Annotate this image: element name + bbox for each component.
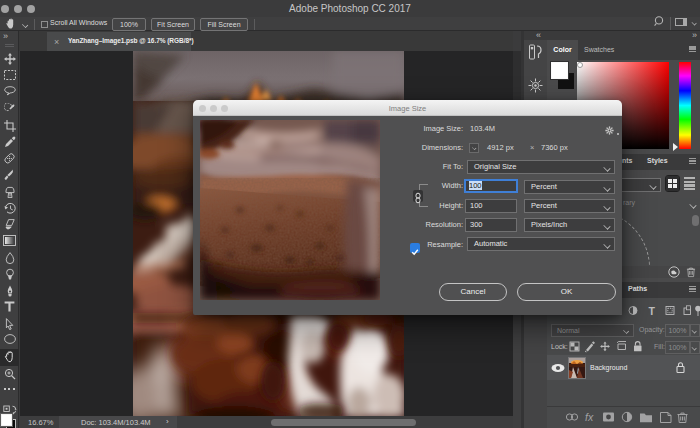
svg-text:fx: fx — [585, 411, 594, 423]
svg-text:T: T — [649, 305, 656, 317]
